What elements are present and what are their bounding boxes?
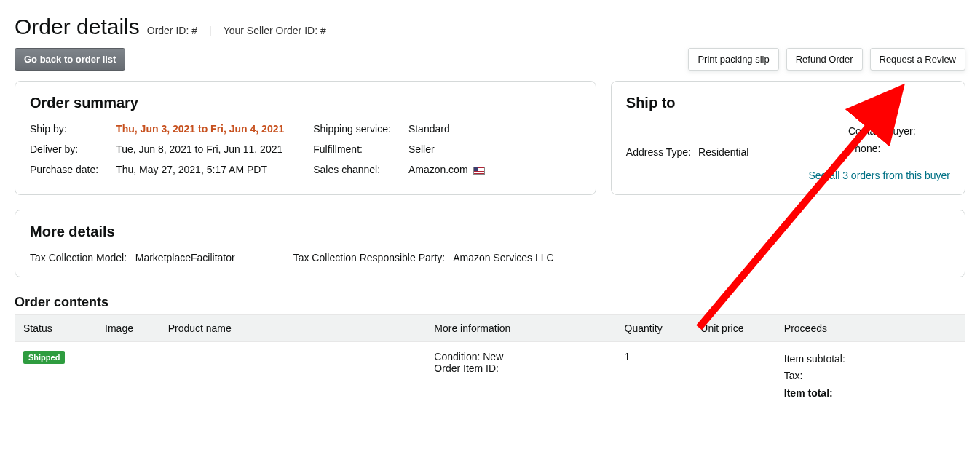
back-to-order-list-button[interactable]: Go back to order list (15, 48, 125, 71)
us-flag-icon (473, 167, 485, 175)
purchase-date-value: Thu, May 27, 2021, 5:17 AM PDT (116, 164, 284, 175)
page-title: Order details (15, 15, 140, 39)
print-packing-slip-button[interactable]: Print packing slip (688, 48, 778, 71)
tax-collection-model-label: Tax Collection Model: (30, 252, 127, 263)
cell-unit-price (692, 341, 775, 411)
col-status: Status (15, 314, 96, 341)
deliver-by-value: Tue, Jun 8, 2021 to Fri, Jun 11, 2021 (116, 143, 284, 155)
refund-order-button[interactable]: Refund Order (786, 48, 863, 71)
tax-responsible-party-label: Tax Collection Responsible Party: (293, 252, 446, 263)
tax-collection-model-value: MarketplaceFacilitator (135, 252, 235, 263)
shipping-service-value: Standard (408, 123, 486, 135)
header: Order details Order ID: # | Your Seller … (15, 15, 965, 39)
col-proceeds: Proceeds (775, 314, 965, 341)
order-item-id-line: Order Item ID: (434, 362, 606, 374)
sales-channel-label: Sales channel: (313, 164, 391, 175)
address-type-label: Address Type: (626, 146, 691, 158)
order-id-label: Order ID: # (147, 25, 197, 36)
order-contents-table: Status Image Product name More informati… (15, 314, 965, 411)
cell-image (96, 341, 159, 411)
cell-quantity: 1 (616, 341, 692, 411)
seller-order-id-label: Your Seller Order ID: # (224, 25, 326, 36)
more-details-panel: More details Tax Collection Model: Marke… (15, 210, 965, 277)
tax-responsible-party-value: Amazon Services LLC (453, 252, 554, 263)
contact-buyer-label: Contact Buyer: (848, 123, 950, 140)
fulfillment-value: Seller (408, 143, 486, 155)
table-header-row: Status Image Product name More informati… (15, 314, 965, 341)
col-product-name: Product name (159, 314, 426, 341)
col-unit-price: Unit price (692, 314, 775, 341)
col-image: Image (96, 314, 159, 341)
condition-line: Condition: New (434, 351, 606, 362)
ship-to-heading: Ship to (626, 95, 950, 111)
status-badge: Shipped (23, 351, 65, 364)
ship-by-label: Ship by: (30, 123, 98, 135)
cell-more-info: Condition: New Order Item ID: (425, 341, 615, 411)
ship-by-value: Thu, Jun 3, 2021 to Fri, Jun 4, 2021 (116, 123, 284, 135)
item-total-label: Item total: (784, 385, 957, 402)
shipping-service-label: Shipping service: (313, 123, 391, 135)
see-all-orders-link[interactable]: See all 3 orders from this buyer (808, 170, 950, 181)
cell-proceeds: Item subtotal: Tax: Item total: (775, 341, 965, 411)
ship-to-panel: Ship to Address Type: Residential Contac… (611, 81, 965, 195)
purchase-date-label: Purchase date: (30, 164, 98, 175)
sales-channel-value: Amazon.com (408, 164, 486, 175)
fulfillment-label: Fulfillment: (313, 143, 391, 155)
action-buttons: Print packing slip Refund Order Request … (688, 48, 965, 71)
order-summary-panel: Order summary Ship by: Thu, Jun 3, 2021 … (15, 81, 596, 195)
toolbar: Go back to order list Print packing slip… (15, 48, 965, 71)
order-summary-heading: Order summary (30, 95, 581, 111)
tax-line-label: Tax: (784, 368, 957, 385)
divider: | (209, 25, 212, 36)
deliver-by-label: Deliver by: (30, 143, 98, 155)
phone-label: Phone: (848, 140, 950, 158)
col-quantity: Quantity (616, 314, 692, 341)
sales-channel-text: Amazon.com (408, 164, 468, 175)
col-more-info: More information (425, 314, 615, 341)
more-details-heading: More details (30, 223, 950, 240)
table-row: Shipped Condition: New Order Item ID: 1 … (15, 341, 965, 411)
cell-product-name (159, 341, 426, 411)
address-type-value: Residential (698, 146, 748, 158)
request-review-button[interactable]: Request a Review (870, 48, 966, 71)
order-contents-heading: Order contents (15, 295, 965, 310)
item-subtotal-label: Item subtotal: (784, 351, 957, 368)
